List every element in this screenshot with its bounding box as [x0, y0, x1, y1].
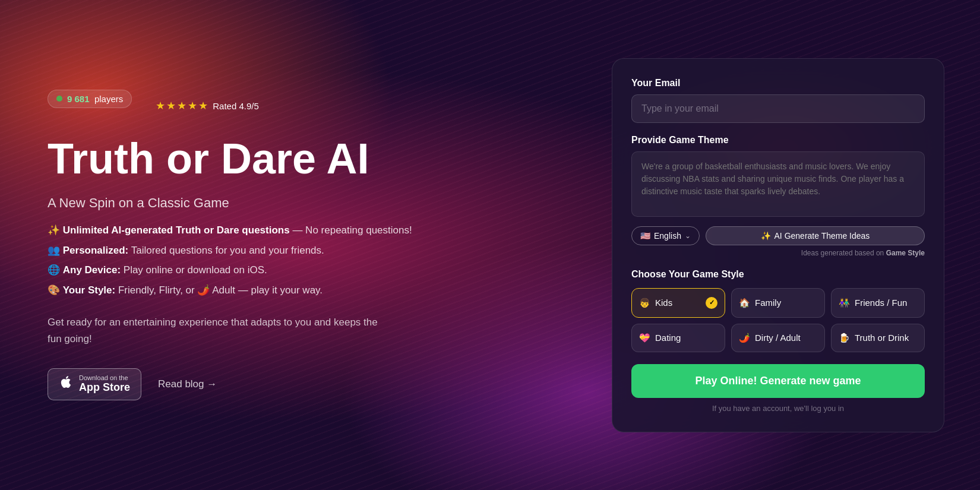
page-title: Truth or Dare AI: [48, 137, 434, 182]
description: Get ready for an entertaining experience…: [48, 314, 380, 346]
players-text: 9 681 players: [67, 94, 123, 104]
ai-generate-button[interactable]: ✨ AI Generate Theme Ideas: [706, 226, 925, 245]
app-store-label: Download on the App Store: [79, 375, 130, 394]
play-button[interactable]: Play Online! Generate new game: [631, 364, 925, 398]
rating-text: Rated 4.9/5: [213, 101, 259, 111]
style-icon: 💝: [639, 333, 650, 343]
players-count: 9 681: [67, 94, 90, 104]
feature-bold: Any Device:: [63, 264, 121, 276]
feature-rest: Friendly, Flirty, or 🌶️ Adult — play it …: [118, 284, 323, 296]
style-label: Kids: [655, 298, 672, 308]
feature-icon: 👥: [48, 245, 60, 256]
login-hint: If you have an account, we'll log you in: [631, 404, 925, 413]
style-card-kids[interactable]: 👦Kids✓: [631, 288, 725, 318]
feature-rest: Tailored questions for you and your frie…: [131, 245, 324, 256]
feature-icon: 🌐: [48, 264, 60, 276]
app-store-button[interactable]: Download on the App Store: [48, 368, 141, 401]
email-input[interactable]: [631, 94, 925, 123]
email-label: Your Email: [631, 78, 925, 88]
feature-icon: ✨: [48, 225, 60, 236]
style-grid: 👦Kids✓🏠Family👫Friends / Fun💝Dating🌶️Dirt…: [631, 288, 925, 352]
left-panel: 9 681 players ★★★★★ Rated 4.9/5 Truth or…: [0, 0, 481, 490]
style-icon: 👦: [639, 298, 650, 308]
feature-rest: — No repeating questions!: [292, 225, 412, 236]
feature-rest: Play online or download on iOS.: [124, 264, 267, 276]
feature-bold: Personalized:: [63, 245, 129, 256]
style-label: Dirty / Adult: [755, 333, 801, 343]
apple-icon: [59, 375, 73, 393]
rating-area: ★★★★★ Rated 4.9/5: [156, 99, 259, 112]
header-row: 9 681 players ★★★★★ Rated 4.9/5: [48, 90, 434, 122]
style-card-dating[interactable]: 💝Dating: [631, 324, 725, 352]
style-icon: 🏠: [739, 298, 750, 308]
star-icons: ★★★★★: [156, 99, 209, 112]
download-on-text: Download on the: [79, 375, 130, 381]
list-item: 👥 Personalized: Tailored questions for y…: [48, 243, 434, 258]
subtitle: A New Spin on a Classic Game: [48, 195, 434, 211]
style-label: Family: [755, 298, 781, 308]
style-icon: 🍺: [839, 333, 850, 343]
feature-list: ✨ Unlimited AI-generated Truth or Dare q…: [48, 223, 434, 302]
theme-textarea[interactable]: [631, 151, 925, 217]
theme-label: Provide Game Theme: [631, 135, 925, 146]
style-label: Friends / Fun: [855, 298, 907, 308]
list-item: 🎨 Your Style: Friendly, Flirty, or 🌶️ Ad…: [48, 283, 434, 298]
language-label: English: [654, 231, 681, 241]
store-name-text: App Store: [79, 381, 130, 394]
players-badge: 9 681 players: [48, 90, 132, 108]
sparkle-icon: ✨: [761, 231, 771, 241]
style-card-friends---fun[interactable]: 👫Friends / Fun: [831, 288, 925, 318]
ai-btn-label: AI Generate Theme Ideas: [774, 231, 870, 241]
hint-text: Ideas generated based on Game Style: [631, 249, 925, 257]
style-card-family[interactable]: 🏠Family: [731, 288, 825, 318]
feature-bold: Your Style:: [63, 284, 115, 296]
read-blog-link[interactable]: Read blog →: [158, 378, 217, 390]
theme-actions: 🇺🇸 English ⌄ ✨ AI Generate Theme Ideas: [631, 226, 925, 245]
check-icon: ✓: [706, 297, 717, 309]
style-icon: 👫: [839, 298, 850, 308]
chevron-down-icon: ⌄: [685, 232, 691, 240]
list-item: ✨ Unlimited AI-generated Truth or Dare q…: [48, 223, 434, 238]
list-item: 🌐 Any Device: Play online or download on…: [48, 263, 434, 278]
flag-icon: 🇺🇸: [640, 231, 650, 241]
language-button[interactable]: 🇺🇸 English ⌄: [631, 226, 700, 245]
style-icon: 🌶️: [739, 333, 750, 343]
style-label: Dating: [655, 333, 681, 343]
online-indicator: [56, 96, 62, 102]
style-label: Truth or Drink: [855, 333, 909, 343]
feature-bold: Unlimited AI-generated Truth or Dare que…: [63, 225, 290, 236]
game-style-label: Choose Your Game Style: [631, 269, 925, 280]
feature-icon: 🎨: [48, 284, 60, 296]
cta-row: Download on the App Store Read blog →: [48, 368, 434, 401]
style-card-truth-or-drink[interactable]: 🍺Truth or Drink: [831, 324, 925, 352]
right-panel: Your Email Provide Game Theme 🇺🇸 English…: [612, 58, 944, 432]
style-card-dirty---adult[interactable]: 🌶️Dirty / Adult: [731, 324, 825, 352]
